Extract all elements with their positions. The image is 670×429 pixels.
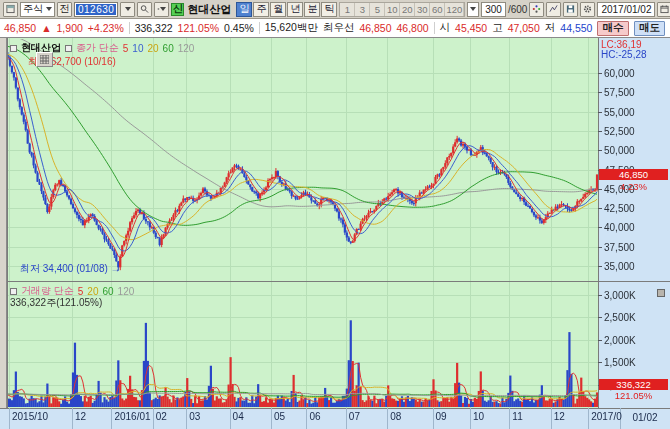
main-toolbar: 주식 전 012630 신 현대산업 일주월년분틱 13510203060120… bbox=[0, 0, 670, 19]
bar-count-input[interactable]: 300 bbox=[481, 2, 506, 17]
high-label: 고 bbox=[492, 21, 503, 35]
vol-ma20-label: 20 bbox=[87, 286, 98, 297]
time-axis[interactable]: 2015/10122016/01020304050607080910111220… bbox=[0, 408, 670, 429]
minute-button[interactable]: 1 bbox=[340, 3, 355, 16]
settings-button[interactable] bbox=[580, 2, 595, 17]
price-tick-label: 52,500 bbox=[604, 126, 635, 137]
legend-checkbox[interactable] bbox=[10, 45, 17, 52]
legend-checkbox[interactable] bbox=[65, 45, 72, 52]
best-quote-label: 최우선 bbox=[323, 21, 355, 35]
volume-tick-label: 2,000K bbox=[604, 335, 636, 346]
legend-checkbox[interactable] bbox=[10, 288, 17, 295]
vol-ma60-label: 60 bbox=[102, 286, 113, 297]
search-button[interactable] bbox=[137, 2, 152, 17]
volume-pct: 121.05% bbox=[178, 22, 219, 34]
period-button[interactable]: 월 bbox=[270, 2, 286, 17]
time-axis-label: 03 bbox=[189, 411, 200, 422]
current-volume-pct: 121.05% bbox=[599, 390, 668, 401]
price-tick-label: 35,000 bbox=[604, 261, 635, 272]
hc-value: HC:-25,28 bbox=[601, 49, 647, 60]
period-button[interactable]: 년 bbox=[287, 2, 303, 17]
minute-button[interactable]: 10 bbox=[385, 3, 400, 16]
chevron-down-icon bbox=[470, 7, 476, 14]
price-tick-label: 50,000 bbox=[604, 145, 635, 156]
save-button[interactable] bbox=[563, 2, 578, 17]
current-price: 46,850 bbox=[4, 22, 36, 34]
divider bbox=[259, 22, 260, 34]
ma120-label: 120 bbox=[178, 43, 195, 54]
time-axis-label: 12 bbox=[75, 411, 86, 422]
vol-ma5-label: 5 bbox=[78, 286, 84, 297]
price-change-pct: +4.23% bbox=[88, 22, 124, 34]
price-tick-label: 60,000 bbox=[604, 68, 635, 79]
jeon-button[interactable]: 전 bbox=[57, 2, 72, 17]
volume: 336,322 bbox=[135, 22, 173, 34]
link-window-button[interactable] bbox=[3, 2, 18, 17]
minute-button[interactable]: 30 bbox=[415, 3, 430, 16]
price-change: 1,900 bbox=[57, 22, 83, 34]
best-ask: 46,850 bbox=[359, 22, 391, 34]
lowest-price-annotation: 최저 34,400 (01/08) → bbox=[20, 262, 121, 276]
chart-tool-button[interactable] bbox=[36, 52, 53, 67]
period-button[interactable]: 틱 bbox=[321, 2, 337, 17]
search-icon bbox=[140, 4, 149, 14]
minute-button[interactable]: 5 bbox=[370, 3, 385, 16]
current-price-pct: 4.23% bbox=[599, 181, 668, 192]
high-price: 47,050 bbox=[508, 22, 540, 34]
asset-type-label: 주식 bbox=[23, 2, 43, 16]
chevron-down-icon bbox=[160, 7, 166, 14]
code-dropdown-button[interactable] bbox=[120, 2, 135, 17]
left-splitter[interactable] bbox=[0, 38, 7, 408]
sound-button[interactable] bbox=[154, 2, 169, 17]
price-tick-label: 37,500 bbox=[604, 242, 635, 253]
time-axis-label: 2015/10 bbox=[12, 411, 48, 422]
minute-button[interactable]: 60 bbox=[430, 3, 445, 16]
interval-select[interactable] bbox=[467, 2, 479, 17]
pane-options-button[interactable] bbox=[657, 289, 665, 297]
low-label: 저 bbox=[545, 21, 556, 35]
price-tick-label: 40,000 bbox=[604, 222, 635, 233]
period-button[interactable]: 주 bbox=[253, 2, 269, 17]
date-input[interactable]: 2017/01/02 bbox=[597, 2, 655, 17]
period-button[interactable]: 분 bbox=[304, 2, 320, 17]
open-label: 시 bbox=[440, 21, 451, 35]
time-axis-label: 08 bbox=[390, 411, 401, 422]
stock-code-input[interactable]: 012630 bbox=[74, 2, 118, 17]
chevron-down-icon bbox=[46, 7, 52, 14]
time-axis-label: 07 bbox=[349, 411, 360, 422]
ma10-label: 10 bbox=[132, 43, 143, 54]
chart-window: 주식 전 012630 신 현대산업 일주월년분틱 13510203060120… bbox=[0, 0, 670, 429]
time-axis-label: 02 bbox=[156, 411, 167, 422]
minute-button[interactable]: 120 bbox=[445, 3, 464, 16]
volume-tick-label: 3,000K bbox=[604, 290, 636, 301]
quote-bar: 46,850 ▲ 1,900 +4.23% 336,322 121.05% 0.… bbox=[0, 19, 670, 38]
best-bid: 46,800 bbox=[397, 22, 429, 34]
price-tick-label: 55,000 bbox=[604, 107, 635, 118]
time-axis-label: 12 bbox=[554, 411, 565, 422]
minute-button[interactable]: 3 bbox=[355, 3, 370, 16]
crosshair-date-label: 01/02 bbox=[622, 412, 668, 423]
vol-ma120-label: 120 bbox=[118, 286, 135, 297]
minute-button[interactable]: 20 bbox=[400, 3, 415, 16]
sell-button[interactable]: 매도 bbox=[634, 21, 665, 36]
ma20-label: 20 bbox=[147, 43, 158, 54]
zigzag-icon bbox=[549, 4, 558, 14]
ma5-label: 5 bbox=[123, 43, 129, 54]
time-axis-label: 10 bbox=[473, 411, 484, 422]
trade-amount: 15,620백만 bbox=[265, 21, 318, 35]
calendar-button[interactable] bbox=[657, 2, 670, 17]
asset-type-select[interactable]: 주식 bbox=[20, 2, 55, 17]
low-price: 44,550 bbox=[560, 22, 592, 34]
grid-icon bbox=[40, 55, 49, 64]
legend-series-label: 종가 단순 bbox=[76, 41, 119, 55]
buy-button[interactable]: 매수 bbox=[597, 21, 628, 36]
price-volume-chart-canvas[interactable] bbox=[0, 38, 670, 429]
period-button[interactable]: 일 bbox=[236, 2, 252, 17]
dots-tool-button[interactable] bbox=[529, 2, 544, 17]
stock-name: 현대산업 bbox=[186, 2, 232, 17]
gear-icon bbox=[583, 4, 592, 14]
line-chart-button[interactable] bbox=[546, 2, 561, 17]
up-triangle-icon: ▲ bbox=[41, 22, 51, 34]
volume-count-text: 336,322주(121.05%) bbox=[10, 296, 102, 310]
current-price-marker: 46,850 bbox=[599, 169, 668, 180]
